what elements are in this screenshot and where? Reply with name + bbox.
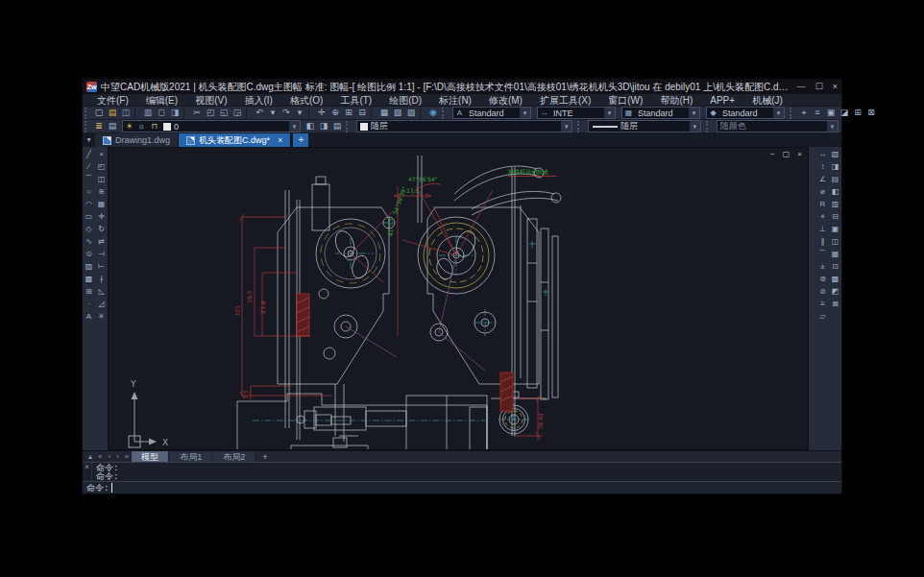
donut-icon[interactable]: ⊙	[84, 249, 95, 260]
text-style-combo[interactable]: A Standard ▾	[452, 107, 531, 119]
chevron-down-icon[interactable]: ▾	[827, 121, 838, 132]
drawing-viewport[interactable]: 103 38.5 27.8 7.5 39.46 47°56'54" 17.1 5…	[108, 147, 809, 450]
separator[interactable]	[246, 108, 251, 119]
separator[interactable]	[183, 108, 188, 119]
toolbar-grip[interactable]	[577, 121, 583, 132]
toolbar-grip[interactable]	[706, 121, 712, 132]
menu-modify[interactable]: 修改(M)	[480, 94, 531, 107]
linetype-combo[interactable]: 随层 ▾	[588, 120, 701, 132]
new-icon[interactable]: ▢	[92, 107, 106, 119]
save-icon[interactable]: ◫	[119, 107, 133, 119]
mdi-restore-button[interactable]: ▢	[783, 150, 790, 159]
tolerance-icon[interactable]: ±	[817, 261, 829, 273]
arc-icon[interactable]: ◠	[84, 199, 95, 210]
object-snap-icon[interactable]: ⌖	[797, 107, 811, 119]
menu-file[interactable]: 文件(F)	[88, 94, 137, 107]
block-editor-icon[interactable]: ◫	[830, 236, 841, 248]
open-icon[interactable]: ▤	[106, 107, 119, 119]
first-layout-icon[interactable]: «	[95, 451, 105, 463]
chevron-down-icon[interactable]: ▾	[289, 121, 300, 132]
close-tab-icon[interactable]: ×	[278, 135, 282, 145]
ortho-icon[interactable]: ≡	[811, 107, 824, 119]
sheet-set-icon[interactable]: ◧	[830, 186, 841, 198]
menu-app-plus[interactable]: APP+	[701, 94, 743, 107]
undo-dropdown-icon[interactable]: ▾	[266, 107, 280, 119]
layer-states-icon[interactable]: ▤	[106, 120, 119, 132]
previous-layer-icon[interactable]: ◨	[317, 120, 330, 132]
separator[interactable]	[134, 108, 139, 119]
dim-edit-icon[interactable]: ≡	[817, 299, 829, 310]
pan-icon[interactable]: ✛	[315, 107, 328, 119]
rotate-icon[interactable]: ↻	[96, 224, 108, 235]
file-tabs-menu-icon[interactable]: ▾	[83, 133, 95, 147]
trim-icon[interactable]: ⊣	[96, 249, 108, 260]
chevron-down-icon[interactable]: ▾	[773, 108, 784, 118]
dim-angular-icon[interactable]: ∠	[817, 174, 829, 185]
polygon-icon[interactable]: ◇	[84, 224, 95, 235]
mtext-icon[interactable]: A	[84, 311, 95, 323]
circle-icon[interactable]: ○	[84, 186, 95, 198]
menu-view[interactable]: 视图(V)	[186, 94, 235, 107]
rectangle-icon[interactable]: ▭	[84, 211, 95, 223]
cut-icon[interactable]: ✂	[190, 107, 204, 119]
zoom-window-icon[interactable]: ⊞	[342, 107, 355, 119]
array-icon[interactable]: ▦	[96, 199, 108, 210]
mdi-close-button[interactable]: ×	[797, 150, 802, 159]
construction-line-icon[interactable]: ∕	[84, 161, 95, 173]
menu-tools[interactable]: 工具(T)	[331, 94, 380, 107]
menu-mechanical[interactable]: 机械(J)	[743, 94, 791, 107]
zoom-realtime-icon[interactable]: ⊕	[328, 107, 342, 119]
doc-tab-drawing1[interactable]: Drawing1.dwg	[95, 133, 179, 147]
layout-tab-layout2[interactable]: 布局2	[213, 451, 255, 463]
last-layout-icon[interactable]: »	[122, 451, 132, 463]
external-ref-icon[interactable]: ▣	[830, 224, 841, 235]
next-layout-icon[interactable]: ›	[113, 451, 122, 463]
separator[interactable]	[308, 108, 313, 119]
erase-icon[interactable]: ×	[96, 149, 108, 160]
menu-format[interactable]: 格式(O)	[281, 94, 331, 107]
properties-panel-icon[interactable]: ▧	[830, 149, 841, 160]
menu-help[interactable]: 帮助(H)	[651, 94, 701, 107]
toolbar-grip[interactable]	[790, 108, 795, 119]
leader-icon[interactable]: ▱	[817, 311, 829, 323]
chevron-down-icon[interactable]: ▾	[520, 108, 530, 118]
close-button[interactable]: ×	[833, 81, 838, 93]
help-icon[interactable]: ◉	[426, 107, 440, 119]
command-input[interactable]: 命令:	[83, 481, 841, 493]
menu-insert[interactable]: 插入(I)	[235, 94, 280, 107]
publish-icon[interactable]: ◨	[168, 107, 182, 119]
point-icon[interactable]: ∙	[84, 299, 95, 310]
dim-radius-icon[interactable]: R	[817, 199, 829, 210]
fillet-icon[interactable]: ◿	[96, 299, 108, 310]
offset-icon[interactable]: ≋	[96, 186, 108, 198]
dynamic-input-icon[interactable]: ◪	[838, 107, 851, 119]
prev-layout-icon[interactable]: ‹	[105, 451, 113, 463]
boundary-icon[interactable]: ◩	[830, 286, 841, 298]
explode-icon[interactable]: ✳	[96, 311, 108, 323]
layer-combo[interactable]: ☀☼⊓ 0 ▾	[122, 120, 301, 132]
toolbar-grip[interactable]	[346, 121, 352, 132]
chevron-down-icon[interactable]: ▾	[561, 121, 571, 132]
layout-tab-model[interactable]: 模型	[132, 451, 168, 463]
menu-window[interactable]: 窗口(W)	[599, 94, 651, 107]
mirror-icon[interactable]: ◫	[96, 174, 108, 185]
markup-icon[interactable]: ▥	[830, 199, 841, 210]
scale-icon[interactable]: ⇄	[96, 236, 108, 248]
hatch-edit-icon[interactable]: ▩	[830, 274, 841, 285]
lineweight-display-icon[interactable]: ⊞	[851, 107, 864, 119]
dim-aligned-icon[interactable]: ↕	[817, 161, 829, 173]
layer-lock-icon[interactable]: ⊓	[148, 122, 160, 131]
extend-icon[interactable]: ⊢	[96, 261, 108, 273]
annotation-icon[interactable]: ⊠	[864, 107, 878, 119]
close-command-window-icon[interactable]: ×	[83, 463, 92, 482]
named-views-icon[interactable]: ▦	[377, 107, 391, 119]
dim-ordinate-icon[interactable]: ⊥	[817, 224, 829, 235]
new-tab-button[interactable]: +	[293, 133, 308, 147]
menu-edit[interactable]: 编辑(E)	[137, 94, 186, 107]
center-mark-icon[interactable]: ⌖	[817, 211, 829, 223]
line-icon[interactable]: ╱	[84, 149, 95, 160]
field-icon[interactable]: ⊡	[830, 261, 841, 273]
design-center-icon[interactable]: ◨	[830, 161, 841, 173]
dim-arc-length-icon[interactable]: ⌒	[817, 249, 829, 260]
viewports-icon[interactable]: ▧	[391, 107, 404, 119]
